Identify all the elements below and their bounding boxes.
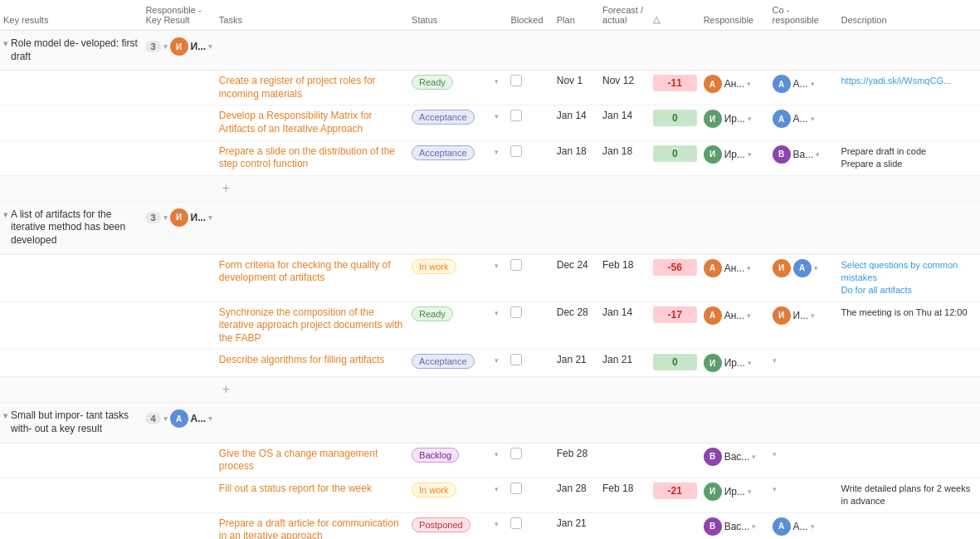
add-task-cell[interactable]: +: [216, 175, 408, 201]
responsible-name: Вас...: [724, 451, 750, 463]
blocked-checkbox[interactable]: [510, 448, 522, 459]
task-blocked-cell[interactable]: [507, 301, 553, 350]
task-link[interactable]: Give the OS a change management process: [219, 448, 405, 473]
task-blocked-cell[interactable]: [507, 443, 553, 478]
task-link[interactable]: Describe algorithms for filling artifact…: [219, 354, 405, 367]
group-responsible-dropdown[interactable]: ▾: [208, 414, 212, 423]
task-description-cell: The meeting is on Thu at 12:00: [838, 301, 981, 350]
status-dropdown-icon[interactable]: ▾: [495, 356, 499, 365]
status-badge: In work: [412, 259, 456, 274]
header-delta: △: [650, 0, 700, 31]
task-blocked-cell[interactable]: [507, 350, 553, 377]
dropdown-icon[interactable]: ▾: [747, 80, 751, 88]
task-blocked-cell[interactable]: [507, 512, 553, 539]
status-dropdown-icon[interactable]: ▾: [495, 520, 499, 528]
add-task-button[interactable]: +: [219, 178, 233, 199]
responsible-cell: А Ан... ▾: [704, 259, 766, 277]
status-dropdown-icon[interactable]: ▾: [495, 309, 499, 317]
group-key-cell: ▾ Role model de- veloped: first draft: [0, 31, 142, 71]
task-plan-cell: Jan 14: [553, 105, 599, 140]
responsible-name: Ан...: [724, 78, 745, 90]
blocked-checkbox[interactable]: [510, 483, 522, 494]
group-responsible-dropdown[interactable]: ▾: [208, 42, 212, 51]
dropdown-icon[interactable]: ▾: [748, 150, 752, 159]
group-expand-icon[interactable]: ▾: [163, 42, 168, 51]
group-expand-icon[interactable]: ▾: [163, 213, 168, 222]
task-status-cell: Ready: [408, 301, 491, 350]
task-delta-cell: 0: [650, 350, 700, 377]
dropdown-icon[interactable]: ▾: [752, 522, 756, 531]
co-responsible-dropdown[interactable]: ▾: [773, 450, 777, 458]
task-forecast-cell: Jan 14: [599, 105, 650, 140]
description-link[interactable]: Do for all artifacts: [841, 284, 978, 296]
group-responsible-col: 4 ▾ А А... ▾: [142, 403, 215, 443]
co-responsible-dropdown-icon[interactable]: ▾: [811, 522, 815, 531]
task-description-cell: https://yadi.sk/i/WsmqCG...: [838, 71, 981, 105]
task-blocked-cell[interactable]: [507, 105, 553, 140]
status-badge: Acceptance: [412, 110, 474, 125]
task-link[interactable]: Form criteria for checking the quality o…: [219, 259, 405, 285]
group-expand-icon[interactable]: ▾: [163, 414, 168, 423]
dropdown-icon[interactable]: ▾: [747, 264, 751, 272]
task-link[interactable]: Develop a Responsibility Matrix for Arti…: [219, 110, 405, 135]
avatar: И: [170, 37, 188, 56]
task-delta-cell: 0: [650, 105, 700, 140]
status-dropdown-icon[interactable]: ▾: [495, 112, 499, 120]
group-chevron[interactable]: ▾: [3, 210, 7, 219]
co-responsible-dropdown-icon[interactable]: ▾: [811, 115, 815, 123]
blocked-checkbox[interactable]: [510, 517, 522, 529]
task-responsible-cell: В Вас... ▾: [700, 512, 769, 539]
co-responsible-dropdown-icon[interactable]: ▾: [811, 311, 815, 320]
group-chevron[interactable]: ▾: [3, 39, 7, 48]
blocked-checkbox[interactable]: [510, 259, 522, 271]
dropdown-icon[interactable]: ▾: [748, 115, 752, 123]
dropdown-icon[interactable]: ▾: [747, 311, 751, 320]
description-link[interactable]: https://yadi.sk/i/WsmqCG...: [841, 75, 978, 87]
task-delta-cell: [650, 512, 700, 539]
co-responsible-dropdown-icon[interactable]: ▾: [811, 80, 815, 88]
blocked-checkbox[interactable]: [510, 354, 522, 365]
avatar: А: [704, 306, 722, 325]
task-co-responsible-cell: АА...▾: [769, 71, 838, 105]
group-chevron[interactable]: ▾: [3, 411, 7, 420]
blocked-checkbox[interactable]: [510, 110, 522, 121]
group-spacer: [216, 201, 980, 254]
co-responsible-dropdown-icon[interactable]: ▾: [814, 264, 818, 272]
table-row: Create a register of project roles for i…: [0, 71, 980, 105]
status-dropdown-icon[interactable]: ▾: [495, 262, 499, 270]
task-status-arrow-cell: ▾: [491, 350, 508, 377]
task-status-cell: Postponed: [408, 512, 491, 539]
status-dropdown-icon[interactable]: ▾: [495, 485, 499, 493]
blocked-checkbox[interactable]: [510, 75, 522, 86]
description-link[interactable]: Select questions by common mistakes: [841, 259, 978, 285]
dropdown-icon[interactable]: ▾: [748, 488, 752, 496]
task-blocked-cell[interactable]: [507, 71, 553, 105]
status-dropdown-icon[interactable]: ▾: [495, 148, 499, 156]
table-row: Describe algorithms for filling artifact…: [0, 350, 980, 377]
status-dropdown-icon[interactable]: ▾: [495, 77, 499, 86]
task-co-responsible-cell: ▾: [769, 350, 838, 377]
co-responsible-dropdown-icon[interactable]: ▾: [816, 150, 820, 159]
task-link[interactable]: Fill out a status report for the week: [219, 483, 405, 496]
co-responsible-dropdown[interactable]: ▾: [773, 485, 777, 493]
group-header-row: ▾ Role model de- veloped: first draft 3 …: [0, 31, 980, 71]
blocked-checkbox[interactable]: [510, 145, 522, 157]
task-link[interactable]: Prepare a draft article for communicatio…: [219, 517, 405, 539]
task-blocked-cell[interactable]: [507, 140, 553, 175]
blocked-checkbox[interactable]: [510, 306, 522, 318]
add-task-cell[interactable]: +: [216, 377, 408, 403]
task-description-cell: [838, 105, 981, 140]
task-blocked-cell[interactable]: [507, 254, 553, 301]
task-forecast-cell: [599, 443, 650, 478]
group-responsible-dropdown[interactable]: ▾: [208, 213, 212, 222]
task-blocked-cell[interactable]: [507, 478, 553, 512]
task-link[interactable]: Prepare a slide on the distribution of t…: [219, 145, 405, 171]
dropdown-icon[interactable]: ▾: [752, 453, 756, 461]
task-link[interactable]: Synchronize the composition of the itera…: [219, 306, 405, 345]
task-name-cell: Develop a Responsibility Matrix for Arti…: [216, 105, 408, 140]
dropdown-icon[interactable]: ▾: [748, 359, 752, 367]
add-task-button[interactable]: +: [219, 379, 233, 400]
co-responsible-dropdown[interactable]: ▾: [773, 356, 777, 365]
status-dropdown-icon[interactable]: ▾: [495, 450, 499, 458]
task-link[interactable]: Create a register of project roles for i…: [219, 75, 405, 100]
